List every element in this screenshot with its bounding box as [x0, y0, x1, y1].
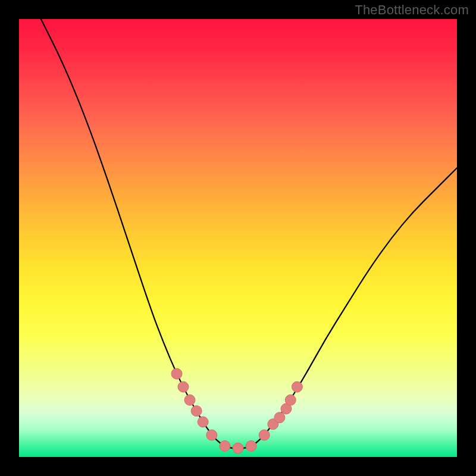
marker-point: [259, 430, 270, 440]
chart-frame: TheBottleneck.com: [0, 0, 476, 476]
marker-point: [274, 412, 285, 423]
marker-point: [246, 441, 256, 452]
marker-point: [206, 430, 217, 440]
marker-point: [178, 381, 189, 392]
marker-point: [285, 394, 296, 405]
curve-svg: [19, 19, 457, 457]
marker-point: [292, 381, 302, 392]
plot-area: [19, 19, 457, 457]
marker-point: [171, 368, 182, 379]
marker-point: [198, 416, 208, 427]
marker-group: [171, 368, 302, 453]
marker-point: [233, 443, 243, 453]
marker-point: [191, 406, 202, 416]
bottleneck-curve: [41, 19, 457, 448]
watermark-text: TheBottleneck.com: [355, 2, 469, 18]
marker-point: [184, 394, 195, 405]
marker-point: [220, 441, 230, 452]
